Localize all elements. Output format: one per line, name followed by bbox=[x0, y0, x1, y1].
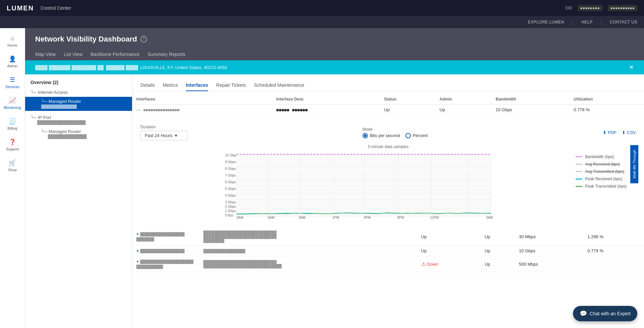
legend-avg-received-label: Avg Received (bps) bbox=[585, 162, 620, 167]
legend-peak-received-color bbox=[576, 179, 582, 180]
legend-bandwidth-label: Bandwidth (bps) bbox=[585, 154, 614, 159]
tree-connector-ip: └─ bbox=[30, 115, 38, 120]
chart-wrapper: 10 Gbps 9 Gbps 8 Gbps 7 Gbps 6 Gbps 5 Gb… bbox=[140, 152, 570, 220]
svg-text:4 Gbps: 4 Gbps bbox=[225, 194, 236, 197]
col-status: Status bbox=[380, 94, 436, 105]
svg-text:3AM: 3AM bbox=[237, 216, 244, 219]
explore-lumen-link[interactable]: EXPLORE LUMEN bbox=[528, 20, 564, 24]
tree-connector-internet: └─ bbox=[30, 90, 38, 95]
export-pdf-button[interactable]: ⬇ PDF bbox=[603, 130, 617, 135]
tab-maintenance[interactable]: Scheduled Maintenance bbox=[254, 80, 304, 91]
svg-text:1 Gbps: 1 Gbps bbox=[225, 209, 236, 213]
tab-list-view[interactable]: List View bbox=[64, 49, 82, 60]
sidebar-item-monitoring[interactable]: 📈 Monitoring bbox=[0, 93, 25, 113]
panel-tabs: Details Metrics Interfaces Repair Ticket… bbox=[132, 74, 644, 91]
down-status-icon: ⚠ bbox=[421, 261, 426, 267]
contact-us-link[interactable]: CONTACT US bbox=[610, 20, 637, 24]
download-csv-icon: ⬇ bbox=[622, 130, 626, 135]
mode-label: Mode bbox=[363, 127, 428, 132]
dashboard-title: Network Visibility Dashboard bbox=[35, 35, 137, 44]
sidebar-item-admin[interactable]: 👤 Admin bbox=[0, 52, 25, 71]
row-status: Up bbox=[417, 246, 481, 256]
top-bar: LUMEN Control Center EID ●●●●●●●● ●●●●●●… bbox=[0, 0, 644, 16]
support-icon: ❓ bbox=[9, 138, 16, 146]
expand-icon[interactable]: — bbox=[136, 107, 141, 112]
additional-rows-section: + ████████████████████████████ █████████… bbox=[132, 228, 644, 277]
row-desc: ████████████████████████████████████████… bbox=[199, 256, 417, 272]
duration-select[interactable]: Past 24 Hours ▾ bbox=[140, 131, 187, 140]
row-admin: Up bbox=[480, 256, 515, 272]
tree-managed-router-1[interactable]: └─ Managed Router ████████████████ bbox=[25, 97, 132, 111]
sidebar-item-support[interactable]: ❓ Support bbox=[0, 135, 25, 154]
row-utilization: 0.779 % bbox=[583, 246, 644, 256]
legend-bandwidth-color bbox=[576, 156, 582, 157]
col-interfaces: Interfaces bbox=[132, 94, 272, 105]
row-admin: Up bbox=[436, 105, 492, 115]
eid-label: EID bbox=[566, 6, 572, 10]
legend-peak-transmitted-color bbox=[576, 186, 582, 187]
bandwidth-chart: 10 Gbps 9 Gbps 8 Gbps 7 Gbps 6 Gbps 5 Gb… bbox=[140, 152, 570, 219]
tab-metrics[interactable]: Metrics bbox=[163, 80, 178, 91]
expand-icon-3[interactable]: + bbox=[136, 259, 139, 264]
mode-section: Mode Bits per second Percent bbox=[363, 127, 428, 138]
csv-label: CSV bbox=[627, 130, 636, 135]
mode-bps[interactable]: Bits per second bbox=[363, 133, 400, 138]
sidebar-item-billing[interactable]: 🧾 Billing bbox=[0, 114, 25, 134]
tab-interfaces[interactable]: Interfaces bbox=[186, 80, 208, 91]
tab-summary[interactable]: Summary Reports bbox=[147, 49, 185, 60]
walk-me-through-button[interactable]: Walk Me Through bbox=[630, 145, 638, 183]
expand-icon-2[interactable]: + bbox=[136, 248, 139, 253]
svg-text:9 Gbps: 9 Gbps bbox=[225, 160, 236, 164]
additional-table: + ████████████████████████████ █████████… bbox=[132, 228, 644, 272]
mode-percent[interactable]: Percent bbox=[405, 133, 428, 138]
col-bandwidth: Bandwidth bbox=[492, 94, 570, 105]
eid-value[interactable]: ●●●●●●●● bbox=[578, 5, 602, 11]
help-link[interactable]: HELP bbox=[581, 20, 592, 24]
row-bandwidth: 500 Mbps bbox=[515, 256, 583, 272]
svg-text:3AM: 3AM bbox=[486, 216, 493, 219]
tree-ip-port[interactable]: └─ IP Port ████████████████████ bbox=[25, 111, 132, 127]
address-banner: ████ ███████ ████████ ██, ██████ ████ LO… bbox=[25, 60, 644, 74]
tab-details[interactable]: Details bbox=[140, 80, 155, 91]
table-row: + ████████████████████████████ █████████… bbox=[132, 228, 644, 246]
sidebar-item-shop[interactable]: 🛒 Shop bbox=[0, 156, 25, 175]
col-desc: Interface Desc bbox=[272, 94, 380, 105]
svg-text:4PM: 4PM bbox=[364, 216, 371, 219]
address-left: ████ ███████ ████████ ██, ██████ ████ LO… bbox=[35, 65, 227, 70]
chat-with-expert-button[interactable]: 💬 Chat with an Expert bbox=[573, 306, 637, 321]
legend-peak-received-label: Peak Received (bps) bbox=[585, 177, 622, 181]
tab-backbone[interactable]: Backbone Performance bbox=[90, 49, 139, 60]
sidebar-item-services[interactable]: ☰ Services bbox=[0, 73, 25, 92]
expand-icon-1[interactable]: + bbox=[136, 232, 139, 237]
info-icon[interactable]: ? bbox=[140, 36, 147, 43]
interfaces-table: Interfaces Interface Desc Status Admin B… bbox=[132, 94, 644, 115]
legend-peak-transmitted: Peak Transmitted (bps) bbox=[576, 184, 636, 189]
svg-rect-11 bbox=[237, 153, 491, 216]
right-panel: Details Metrics Interfaces Repair Ticket… bbox=[132, 74, 644, 328]
export-csv-button[interactable]: ⬇ CSV bbox=[622, 130, 636, 135]
user-value[interactable]: ●●●●●●●●●● bbox=[608, 5, 637, 11]
close-banner-button[interactable]: ✕ bbox=[629, 64, 634, 71]
sidebar-item-shop-label: Shop bbox=[8, 168, 17, 172]
legend-avg-received: Avg Received (bps) bbox=[576, 162, 636, 167]
address-masked: ████ ███████ ████████ ██, ██████ ████ bbox=[35, 65, 138, 70]
svg-text:5 Gbps: 5 Gbps bbox=[225, 187, 236, 191]
sidebar-item-support-label: Support bbox=[6, 147, 19, 151]
top-bar-left: LUMEN Control Center bbox=[7, 4, 71, 12]
legend-avg-transmitted-color bbox=[576, 171, 582, 172]
table-row: + ████████████████████ ████████████████ … bbox=[132, 246, 644, 256]
row-interface: + ████████████████████████████ bbox=[132, 228, 199, 246]
row-interface: + ████████████████████ bbox=[132, 246, 199, 256]
svg-text:0 bps: 0 bps bbox=[225, 213, 233, 217]
row-status: ⚠ Down bbox=[417, 256, 481, 272]
tree-managed-router-2[interactable]: └─ Managed Router ████████████████ bbox=[25, 127, 132, 141]
sidebar-item-home[interactable]: ⌂ Home bbox=[0, 31, 25, 51]
address-location: LOUISVILLE, KY, United States, 40223-405… bbox=[140, 65, 227, 70]
tab-repair[interactable]: Repair Tickets bbox=[216, 80, 246, 91]
tab-map-view[interactable]: Map View bbox=[35, 49, 56, 60]
top-bar-right: EID ●●●●●●●● ●●●●●●●●●● bbox=[566, 5, 637, 11]
tree-internet-access[interactable]: └─ Internet Access bbox=[25, 88, 132, 97]
legend-bandwidth: Bandwidth (bps) bbox=[576, 154, 636, 159]
svg-text:1PM: 1PM bbox=[332, 216, 339, 219]
chat-icon: 💬 bbox=[580, 310, 587, 317]
